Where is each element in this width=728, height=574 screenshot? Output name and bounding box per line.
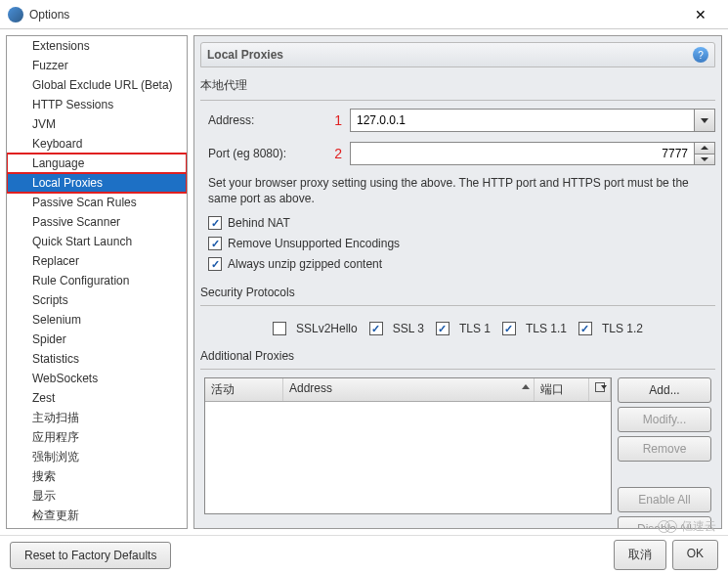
sidebar-item-local-proxies[interactable]: Local Proxies (7, 173, 187, 193)
column-picker-icon (595, 382, 605, 392)
sidebar-item--[interactable]: 主动扫描 (7, 408, 187, 427)
sidebar-item-websockets[interactable]: WebSockets (7, 369, 187, 388)
sidebar-item--[interactable]: 显示 (7, 486, 187, 506)
checkbox[interactable] (208, 257, 222, 271)
window-title: Options (29, 8, 681, 22)
chevron-down-icon (701, 157, 708, 161)
address-dropdown-button[interactable] (694, 109, 715, 132)
sidebar-item-statistics[interactable]: Statistics (7, 349, 187, 369)
help-icon[interactable]: ? (693, 47, 708, 63)
protocol-label[interactable]: TLS 1.1 (526, 322, 567, 335)
table-col-port[interactable]: 端口 (535, 378, 589, 401)
address-label: Address: (208, 113, 321, 127)
checkbox[interactable] (436, 322, 450, 335)
checkbox[interactable] (208, 237, 222, 250)
panel-title: Local Proxies (207, 48, 693, 62)
titlebar: Options ✕ (0, 0, 728, 29)
checkbox[interactable] (208, 216, 222, 230)
address-combo[interactable] (350, 109, 715, 132)
sidebar-item-jvm[interactable]: JVM (7, 114, 187, 134)
sidebar-item-quick-start-launch[interactable]: Quick Start Launch (7, 232, 187, 251)
sidebar-item--[interactable]: 强制浏览 (7, 447, 187, 466)
options-sidebar[interactable]: ExtensionsFuzzerGlobal Exclude URL (Beta… (6, 35, 188, 529)
spinner-up-button[interactable] (695, 143, 714, 155)
protocol-item: TLS 1.1 (502, 322, 567, 335)
checkbox[interactable] (502, 322, 516, 335)
sidebar-item-zest[interactable]: Zest (7, 388, 187, 408)
sidebar-item--[interactable]: 检查更新 (7, 506, 187, 525)
checkbox-label[interactable]: Behind NAT (228, 216, 290, 230)
checkbox-label[interactable]: Always unzip gzipped content (228, 257, 382, 271)
content-panel: Local Proxies ? 本地代理 Address: 1 Port (eg… (193, 35, 722, 529)
app-icon (8, 7, 23, 22)
table-header: 活动 Address 端口 (205, 378, 611, 402)
sidebar-item--[interactable]: 应用程序 (7, 427, 187, 447)
sidebar-item--[interactable]: 搜索 (7, 466, 187, 486)
col-address-label: Address (289, 381, 332, 395)
address-input[interactable] (350, 109, 694, 132)
protocol-item: SSLv2Hello (273, 322, 358, 335)
annotation-1: 1 (321, 112, 350, 128)
port-label: Port (eg 8080): (208, 147, 321, 160)
sidebar-item-global-exclude-url-beta-[interactable]: Global Exclude URL (Beta) (7, 75, 187, 95)
table-col-address[interactable]: Address (283, 378, 535, 401)
sidebar-item-scripts[interactable]: Scripts (7, 290, 187, 310)
chevron-down-icon (701, 118, 708, 123)
cancel-button[interactable]: 取消 (614, 540, 666, 570)
table-button-column: Add... Modify... Remove Enable All Disab… (618, 377, 711, 529)
checkbox[interactable] (369, 322, 383, 335)
proxy-note: Set your browser proxy setting using the… (200, 175, 715, 214)
protocol-label[interactable]: SSL 3 (393, 322, 424, 335)
protocol-label[interactable]: TLS 1.2 (602, 322, 643, 335)
sidebar-item-passive-scan-rules[interactable]: Passive Scan Rules (7, 193, 187, 212)
table-col-active[interactable]: 活动 (205, 378, 283, 401)
sidebar-item-spider[interactable]: Spider (7, 330, 187, 349)
sidebar-item-rule-configuration[interactable]: Rule Configuration (7, 271, 187, 290)
checkbox[interactable] (578, 322, 592, 335)
checkbox-row: Remove Unsupported Encodings (200, 235, 715, 252)
remove-button[interactable]: Remove (618, 436, 711, 462)
sidebar-item-language[interactable]: Language (7, 154, 187, 173)
port-input[interactable] (350, 142, 694, 165)
additional-proxies-area: 活动 Address 端口 Add... Modify... Remove En… (200, 377, 715, 529)
chevron-up-icon (701, 146, 708, 150)
security-section-label: Security Protocols (200, 284, 715, 305)
footer: Reset to Factory Defaults 取消 OK (0, 535, 728, 574)
protocol-label[interactable]: TLS 1 (459, 322, 491, 335)
sort-asc-icon (522, 384, 530, 389)
checkbox-row: Always unzip gzipped content (200, 255, 715, 273)
ok-button[interactable]: OK (672, 540, 718, 570)
sidebar-item-extensions[interactable]: Extensions (7, 36, 187, 56)
sidebar-item-keyboard[interactable]: Keyboard (7, 134, 187, 154)
disable-all-button[interactable]: Disable All (618, 516, 711, 529)
close-icon: ✕ (695, 7, 707, 22)
checkbox-label[interactable]: Remove Unsupported Encodings (228, 237, 400, 250)
sidebar-item-passive-scanner[interactable]: Passive Scanner (7, 212, 187, 232)
sidebar-item-selenium[interactable]: Selenium (7, 310, 187, 330)
main-area: ExtensionsFuzzerGlobal Exclude URL (Beta… (0, 29, 728, 535)
port-row: Port (eg 8080): 2 (200, 142, 715, 165)
protocol-item: TLS 1 (436, 322, 491, 335)
protocol-item: SSL 3 (369, 322, 424, 335)
sidebar-item--[interactable]: 被动扫描 (7, 525, 187, 529)
modify-button[interactable]: Modify... (618, 407, 711, 432)
annotation-2: 2 (321, 146, 350, 161)
checkbox-group: Behind NATRemove Unsupported EncodingsAl… (200, 214, 715, 273)
spinner-down-button[interactable] (695, 155, 714, 165)
divider (200, 100, 715, 101)
checkbox[interactable] (273, 322, 286, 335)
proxies-table[interactable]: 活动 Address 端口 (204, 377, 612, 514)
protocol-label[interactable]: SSLv2Hello (296, 322, 358, 335)
additional-section-label: Additional Proxies (200, 347, 715, 369)
port-spinner[interactable] (350, 142, 715, 165)
add-button[interactable]: Add... (618, 377, 711, 403)
enable-all-button[interactable]: Enable All (618, 487, 711, 512)
protocol-item: TLS 1.2 (578, 322, 643, 335)
sidebar-item-fuzzer[interactable]: Fuzzer (7, 56, 187, 75)
table-col-picker[interactable] (589, 378, 611, 401)
reset-button[interactable]: Reset to Factory Defaults (10, 542, 171, 569)
checkbox-row: Behind NAT (200, 214, 715, 232)
sidebar-item-replacer[interactable]: Replacer (7, 251, 187, 271)
close-button[interactable]: ✕ (681, 1, 720, 28)
sidebar-item-http-sessions[interactable]: HTTP Sessions (7, 95, 187, 114)
